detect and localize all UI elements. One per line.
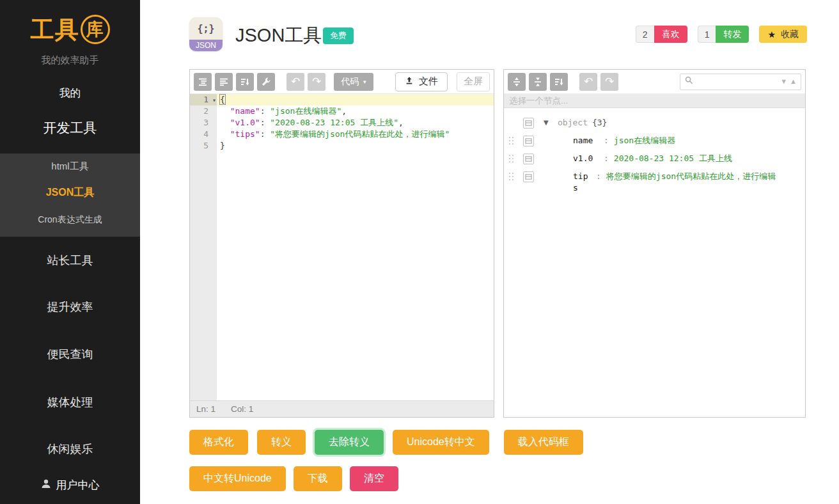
status-column-number: Col: 1 — [231, 404, 253, 414]
sidebar-item-user-center[interactable]: 用户中心 — [0, 478, 140, 492]
tree-root-row: ▼ object {3} — [504, 114, 805, 132]
sort-icon[interactable] — [550, 73, 568, 91]
tree-root-type[interactable]: object — [558, 117, 588, 129]
format-icon[interactable] — [194, 73, 212, 91]
json-app-icon-caption: JSON — [189, 40, 223, 51]
redo-icon[interactable]: ↷ — [600, 73, 618, 91]
compact-icon[interactable] — [215, 73, 233, 91]
code-lines: { "name": "json在线编辑器", "v1.0": "2020-08-… — [217, 94, 494, 400]
action-buttons-row-2: 中文转Unicode 下载 清空 — [189, 466, 398, 491]
context-menu-icon[interactable] — [523, 171, 534, 182]
code-editor-toolbar: ↶ ↷ 代码 ▾ 文件 全屏 — [190, 70, 494, 93]
editor-status-bar: Ln: 1 Col: 1 — [190, 400, 494, 417]
tree-area: ▼ object {3} name : json在线编辑器 v1.0 : 202… — [504, 109, 805, 417]
share-button[interactable]: 转发 — [716, 26, 749, 43]
drag-handle-icon[interactable] — [508, 154, 514, 165]
mode-select-label: 代码 — [341, 76, 359, 88]
download-button[interactable]: 下载 — [294, 466, 342, 491]
sidebar-item-entertainment[interactable]: 休闲娱乐 — [0, 441, 140, 457]
like-button[interactable]: 喜欢 — [654, 26, 687, 43]
site-tagline: 我的效率助手 — [0, 54, 140, 67]
fullscreen-button[interactable]: 全屏 — [457, 72, 490, 91]
logo-circle-glyph: 库 — [81, 15, 110, 44]
sort-icon[interactable] — [236, 73, 254, 91]
fold-caret-icon[interactable]: ▾ — [212, 95, 216, 106]
code-line: "tips": "将您要编辑的json代码粘贴在此处，进行编辑" — [217, 129, 494, 140]
drag-handle-icon[interactable] — [508, 136, 514, 147]
like-button-group[interactable]: 2 喜欢 — [636, 26, 687, 43]
redo-icon[interactable]: ↷ — [308, 73, 325, 91]
context-menu-icon[interactable] — [523, 136, 534, 146]
search-input[interactable] — [696, 77, 778, 86]
tree-row: name : json在线编辑器 — [504, 132, 805, 150]
search-box: ▼ ▲ — [680, 74, 801, 90]
code-line: } — [217, 140, 494, 152]
json-app-icon-braces: {;} — [189, 17, 223, 40]
favorite-button[interactable]: ★ 收藏 — [759, 26, 807, 43]
file-upload-button[interactable]: 文件 — [395, 72, 448, 91]
share-button-group[interactable]: 1 转发 — [698, 26, 749, 43]
tree-field[interactable]: name — [573, 135, 599, 146]
star-icon: ★ — [767, 29, 776, 40]
sidebar-item-webmaster-tools[interactable]: 站长工具 — [0, 253, 140, 268]
tree-editor-panel: ↶ ↷ ▼ ▲ 选择一个节点... ▼ object {3} name : — [503, 69, 806, 418]
search-prev-icon[interactable]: ▲ — [790, 78, 797, 85]
line-number: 4 — [190, 129, 217, 140]
code-line: "name": "json在线编辑器", — [217, 106, 494, 117]
favorite-label: 收藏 — [781, 29, 799, 40]
code-text-area[interactable]: 1▾ 2 3 4 5 { "name": "json在线编辑器", "v1.0"… — [190, 93, 494, 400]
line-number-gutter: 1▾ 2 3 4 5 — [190, 94, 217, 400]
sidebar-submenu-dev-tools: html工具 JSON工具 Cron表达式生成 — [0, 154, 140, 237]
sidebar-item-cron-generator[interactable]: Cron表达式生成 — [0, 214, 140, 226]
undo-icon[interactable]: ↶ — [286, 73, 304, 91]
line-number: 1▾ — [190, 94, 217, 106]
user-center-label: 用户中心 — [56, 478, 100, 492]
tree-root-count: {3} — [592, 117, 607, 129]
free-badge: 免费 — [323, 28, 354, 44]
unicode-to-chinese-button[interactable]: Unicode转中文 — [393, 430, 489, 455]
action-buttons-row-1: 格式化 转义 去除转义 Unicode转中文 载入代码框 — [189, 430, 583, 455]
line-number: 3 — [190, 117, 217, 129]
header-actions: 2 喜欢 1 转发 ★ 收藏 — [636, 26, 807, 43]
format-button[interactable]: 格式化 — [189, 430, 248, 455]
status-line-number: Ln: 1 — [196, 404, 216, 414]
tree-row: tips : 将您要编辑的json代码粘贴在此处，进行编辑 — [504, 168, 805, 197]
upload-icon — [405, 76, 414, 87]
escape-button[interactable]: 转义 — [257, 430, 306, 455]
file-upload-label: 文件 — [419, 75, 438, 88]
undo-icon[interactable]: ↶ — [579, 73, 597, 91]
sidebar-item-json-tool-active[interactable]: JSON工具 — [0, 186, 140, 200]
sidebar-item-media-processing[interactable]: 媒体处理 — [0, 395, 140, 410]
site-logo[interactable]: 工具库 — [0, 14, 140, 46]
unescape-button[interactable]: 去除转义 — [315, 430, 384, 455]
load-code-button[interactable]: 载入代码框 — [504, 430, 583, 455]
sidebar-item-efficiency[interactable]: 提升效率 — [0, 299, 140, 315]
tree-navigation-bar: 选择一个节点... — [504, 93, 805, 108]
json-app-icon: {;} JSON — [189, 17, 223, 51]
tree-field[interactable]: v1.0 — [573, 153, 599, 164]
collapse-arrow-icon[interactable]: ▼ — [544, 119, 549, 126]
sidebar-item-html-tool[interactable]: html工具 — [0, 161, 140, 173]
sidebar-item-dev-tools[interactable]: 开发工具 — [0, 119, 140, 137]
sidebar-item-mine[interactable]: 我的 — [0, 86, 140, 100]
context-menu-icon[interactable] — [523, 154, 534, 164]
mode-select-button[interactable]: 代码 ▾ — [334, 73, 373, 91]
expand-all-icon[interactable] — [508, 73, 526, 91]
tree-value[interactable]: json在线编辑器 — [614, 135, 675, 146]
tree-field[interactable]: tips — [573, 171, 591, 194]
tree-editor-toolbar: ↶ ↷ ▼ ▲ — [504, 70, 805, 93]
tree-value[interactable]: 2020-08-23 12:05 工具上线 — [614, 153, 732, 164]
chinese-to-unicode-button[interactable]: 中文转Unicode — [189, 466, 286, 491]
sidebar-item-convenience-query[interactable]: 便民查询 — [0, 347, 140, 362]
collapse-all-icon[interactable] — [529, 73, 547, 91]
logo-text: 工具 — [31, 17, 79, 43]
context-menu-icon[interactable] — [523, 118, 534, 129]
repair-icon[interactable] — [257, 73, 275, 91]
search-icon — [684, 75, 694, 88]
sidebar: 工具库 我的效率助手 我的 开发工具 html工具 JSON工具 Cron表达式… — [0, 0, 140, 504]
search-next-icon[interactable]: ▼ — [780, 78, 787, 85]
tree-value[interactable]: 将您要编辑的json代码粘贴在此处，进行编辑 — [606, 171, 776, 194]
drag-handle-icon[interactable] — [508, 172, 514, 183]
clear-button[interactable]: 清空 — [350, 466, 398, 491]
like-count: 2 — [636, 26, 654, 43]
